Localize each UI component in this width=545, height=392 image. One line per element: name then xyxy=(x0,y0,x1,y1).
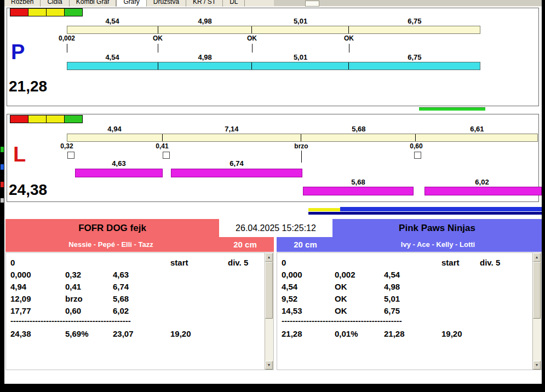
table-cell: 4,63 xyxy=(113,269,170,281)
status-light-yellow xyxy=(46,115,65,123)
scroll-down-button[interactable]: ▼ xyxy=(265,361,273,370)
segment-time: 6,75 xyxy=(349,17,480,25)
tab-label: KR / ST xyxy=(193,0,216,5)
table-row: 0,0000,324,63 xyxy=(10,269,262,281)
table-cell: 12,09 xyxy=(10,293,65,305)
sensor-checkbox[interactable] xyxy=(163,152,170,159)
table-cell: 6,74 xyxy=(113,281,170,293)
sensor-status: 0,41 xyxy=(156,142,168,150)
team-right-category: 20 cm xyxy=(277,240,334,249)
table-cell xyxy=(228,328,262,341)
sensor-status: OK xyxy=(153,34,163,42)
table-cell: div. 5 xyxy=(228,257,262,269)
team-right-results: 0startdiv. 5 0,0000,0024,54 4,54OK4,98 9… xyxy=(277,252,542,370)
segment-time: 5,01 xyxy=(252,53,349,61)
status-lights-l xyxy=(10,115,82,125)
tab-label: DL xyxy=(230,0,238,5)
vertical-scrollbar[interactable]: ▲ ▼ xyxy=(532,253,541,370)
segment-time: 4,54 xyxy=(67,53,158,61)
table-cell xyxy=(441,281,480,293)
table-divider: ----------------------------------------… xyxy=(10,318,262,326)
tab-scroll-thumb[interactable] xyxy=(305,1,319,7)
table-cell: 17,77 xyxy=(10,305,65,318)
summary-ref: 19,20 xyxy=(441,328,480,341)
summary-net: 23,07 xyxy=(113,328,170,341)
team-left-results: 0startdiv. 5 0,0000,324,63 4,940,416,74 … xyxy=(5,252,274,370)
table-cell xyxy=(65,257,113,269)
results-table: 0startdiv. 5 0,0000,324,63 4,940,416,74 … xyxy=(6,253,273,341)
tab-label: Kombi Graf xyxy=(76,0,110,5)
segment-time: 5,01 xyxy=(252,17,349,25)
table-cell xyxy=(441,305,480,318)
segment-time: 5,68 xyxy=(301,125,416,133)
summary-percent: 5,69% xyxy=(65,328,113,341)
segment-time: 6,61 xyxy=(416,125,538,133)
scroll-up-button[interactable]: ▲ xyxy=(533,253,541,262)
tab-bar: Rozběh Čidla Kombi Graf Grafy Družstva K… xyxy=(4,0,542,7)
run-time: 6,02 xyxy=(475,178,489,186)
sensor-tick xyxy=(158,44,158,53)
edge-indicator-gray xyxy=(1,198,4,203)
team-right-subheader: 20 cm Ivy - Ace - Kelly - Lotti xyxy=(277,237,542,252)
table-row: 12,09brzo5,68 xyxy=(10,293,262,305)
tab-druzstva[interactable]: Družstva xyxy=(147,0,186,7)
table-cell xyxy=(113,257,170,269)
table-cell xyxy=(228,281,262,293)
table-cell xyxy=(384,257,441,269)
table-cell: 0,002 xyxy=(335,269,384,281)
tab-rozbeh[interactable]: Rozběh xyxy=(4,0,41,7)
timeline-bar-blue xyxy=(340,207,542,211)
vertical-scrollbar[interactable]: ▲ ▼ xyxy=(265,253,273,370)
run-bar xyxy=(303,187,414,195)
table-cell xyxy=(441,293,480,305)
scrollbar-thumb[interactable] xyxy=(533,262,541,319)
run-bar xyxy=(75,169,163,177)
scroll-down-button[interactable]: ▼ xyxy=(533,361,541,370)
tab-grafy[interactable]: Grafy xyxy=(116,0,146,7)
lane-letter-p: P xyxy=(11,42,25,62)
segment-time: 4,98 xyxy=(158,53,252,61)
table-row: 4,940,416,74 xyxy=(10,281,262,293)
arrow-up-icon: ▲ xyxy=(533,253,540,261)
results-table: 0startdiv. 5 0,0000,0024,54 4,54OK4,98 9… xyxy=(277,253,541,341)
table-cell xyxy=(170,305,228,318)
table-cell: OK xyxy=(335,281,384,293)
sensor-status: 0,32 xyxy=(60,142,73,150)
tab-cidla[interactable]: Čidla xyxy=(41,0,69,7)
table-cell: 0 xyxy=(282,257,335,269)
table-cell xyxy=(480,293,530,305)
table-row: 0,0000,0024,54 xyxy=(282,269,530,281)
table-cell: start xyxy=(170,257,228,269)
segment-time: 4,98 xyxy=(158,17,252,25)
sensor-status: OK xyxy=(247,34,257,42)
team-left-members: Nessie - Pepé - Elli - Tazz xyxy=(5,240,216,249)
sensor-checkbox[interactable] xyxy=(67,152,74,159)
scrollbar-thumb[interactable] xyxy=(265,262,273,319)
summary-row: 21,280,01%21,2819,20 xyxy=(282,328,530,341)
sensor-checkbox[interactable] xyxy=(414,152,421,159)
summary-total: 21,28 xyxy=(282,328,335,341)
scroll-up-button[interactable]: ▲ xyxy=(265,253,273,262)
p-top-segment-labels: 4,54 4,98 5,01 6,75 xyxy=(67,17,480,25)
status-light-yellow xyxy=(46,8,65,16)
status-light-green xyxy=(64,115,83,123)
l-plan-bar xyxy=(67,134,538,142)
table-cell: 0,000 xyxy=(282,269,335,281)
tab-label: Čidla xyxy=(47,0,62,5)
p-plan-bar xyxy=(67,26,480,34)
l-total-time: 24,38 xyxy=(9,182,47,198)
table-cell: brzo xyxy=(65,293,113,305)
tab-dl[interactable]: DL xyxy=(223,0,245,7)
table-cell xyxy=(228,269,262,281)
tab-kr-st[interactable]: KR / ST xyxy=(186,0,223,7)
status-light-yellow xyxy=(28,115,47,123)
table-cell: div. 5 xyxy=(480,257,530,269)
segment-time: 4,94 xyxy=(67,125,162,133)
progress-indicator-green xyxy=(419,107,485,111)
sensor-status: brzo xyxy=(294,142,308,150)
team-right-members: Ivy - Ace - Kelly - Lotti xyxy=(334,240,542,249)
sensor-tick xyxy=(349,44,349,53)
tab-kombi-graf[interactable]: Kombi Graf xyxy=(70,0,117,7)
run-bar xyxy=(424,187,542,195)
arrow-down-icon: ▼ xyxy=(533,361,540,369)
